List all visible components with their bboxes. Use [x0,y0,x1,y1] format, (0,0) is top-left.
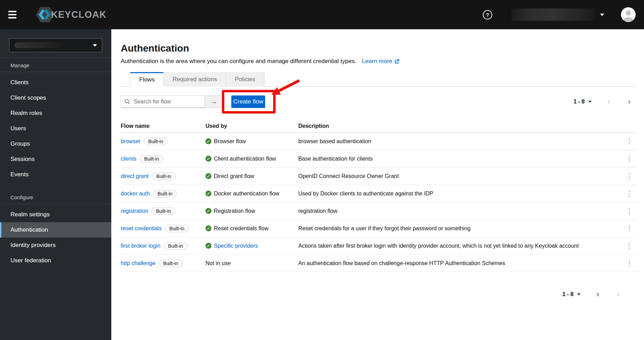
flow-name-link[interactable]: docker auth [121,191,150,196]
caret-down-icon [93,44,97,47]
check-circle-icon: ✓ [205,225,211,231]
flow-description: Base authentication for clients [298,156,622,162]
kebab-menu-button[interactable]: ⋮ [626,242,633,249]
sidebar-item-clients[interactable]: Clients [0,75,111,90]
kebab-menu-button[interactable]: ⋮ [626,225,633,232]
sidebar-section-title: Manage [0,58,111,72]
realm-name-redacted [14,42,63,48]
pagination-prev-button[interactable] [596,292,600,297]
flow-name-link[interactable]: reset credentials [121,225,162,231]
flow-description: OpenID Connect Resource Owner Grant [298,173,622,179]
kebab-menu-button[interactable]: ⋮ [626,173,633,179]
check-circle-icon: ✓ [205,138,211,144]
create-flow-button[interactable]: Create flow [231,95,265,108]
pagination-next-button[interactable] [627,100,631,104]
column-description: Description [298,123,622,129]
sidebar-item-groups[interactable]: Groups [0,136,111,152]
chevron-left-icon [596,292,600,297]
avatar[interactable] [621,7,636,22]
table-row: reset credentialsBuilt-in ✓ Reset creden… [121,220,637,237]
check-circle-icon: ✓ [205,208,211,214]
keycloak-logo: KEYCLOAK [36,6,107,24]
sidebar-item-label: Realm roles [10,110,42,117]
flow-name-link[interactable]: browser [121,138,141,144]
table-row: clientsBuilt-in ✓ Client authentication … [121,150,637,168]
sidebar-item-label: Sessions [10,156,35,163]
built-in-badge: Built-in [152,172,176,180]
sidebar-item-authentication[interactable]: Authentication [0,222,111,238]
sidebar-item-label: Authentication [10,226,48,233]
caret-down-icon [588,101,592,103]
realm-selector-dropdown[interactable] [9,38,102,52]
check-circle-icon: ✓ [205,156,211,162]
pagination-next-button[interactable] [616,292,620,297]
used-by-link[interactable]: Specific providers [214,243,258,249]
pagination-range: 1 - 8 [562,291,574,298]
search-group: → [121,95,223,108]
sidebar-item-events[interactable]: Events [0,167,111,182]
search-input[interactable] [121,95,205,108]
page-subtitle: Authentication is the area where you can… [121,57,356,65]
tab-required-actions[interactable]: Required actions [164,72,226,87]
page-title: Authentication [121,42,637,54]
flow-name-link[interactable]: registration [121,208,148,214]
flow-description: Used by Docker clients to authenticate a… [298,191,622,197]
pagination-prev-button[interactable] [607,100,612,104]
sidebar-item-realm-roles[interactable]: Realm roles [0,106,111,121]
pagination-bottom: 1 - 8 [121,288,620,301]
toolbar: → Create flow 1 - 8 [121,95,637,108]
chevron-right-icon [627,100,631,104]
built-in-badge: Built-in [151,207,175,215]
tab-flows[interactable]: Flows [130,72,164,87]
flow-name-link[interactable]: direct grant [121,173,149,179]
used-by-text: Browser flow [214,138,246,145]
tab-policies[interactable]: Policies [226,72,264,87]
used-by-text: Client authentication flow [214,156,276,162]
pagination-range: 1 - 8 [574,99,585,105]
pagination-top: 1 - 8 [574,95,631,108]
sidebar-item-identity-providers[interactable]: Identity providers [0,238,111,253]
external-link-icon [394,59,399,64]
flow-name-link[interactable]: first broker login [121,243,160,249]
kebab-menu-button[interactable]: ⋮ [626,138,633,145]
sidebar-item-label: Users [10,125,26,132]
sidebar-item-realm-settings[interactable]: Realm settings [0,207,111,222]
column-flow-name: Flow name [121,123,205,129]
flow-name-link[interactable]: http challenge [121,260,156,266]
kebab-menu-button[interactable]: ⋮ [626,155,633,162]
pagination-range-dropdown[interactable]: 1 - 8 [562,291,581,298]
table-row: registrationBuilt-in ✓ Registration flow… [121,202,637,220]
kebab-menu-button[interactable]: ⋮ [626,260,633,266]
sidebar-item-users[interactable]: Users [0,121,111,136]
table-header-row: Flow name Used by Description [121,120,637,133]
sidebar-item-client-scopes[interactable]: Client scopes [0,90,111,106]
kebab-menu-button[interactable]: ⋮ [626,208,633,214]
used-by-text: Docker authentication flow [214,191,279,197]
sidebar-section-configure: Configure Realm settings Authentication … [0,190,111,268]
search-submit-button[interactable]: → [205,95,223,108]
flow-name-link[interactable]: clients [121,156,136,162]
table-row: direct grantBuilt-in ✓ Direct grant flow… [121,168,637,185]
hamburger-menu-icon[interactable] [8,7,24,22]
sidebar: Manage Clients Client scopes Realm roles… [0,29,111,340]
tab-bar: Flows Required actions Policies [121,72,637,87]
search-icon [125,99,130,105]
sidebar-item-label: Client scopes [10,94,46,101]
built-in-badge: Built-in [140,155,164,163]
check-circle-icon: ✓ [205,243,211,249]
masthead-right-group: ? [483,7,636,22]
sidebar-item-sessions[interactable]: Sessions [0,152,111,167]
kebab-menu-button[interactable]: ⋮ [626,190,633,197]
username-redacted [511,8,595,21]
flow-description: Actions taken after first broker login w… [298,243,622,249]
built-in-badge: Built-in [153,190,177,198]
user-menu-dropdown[interactable] [600,14,604,16]
learn-more-link[interactable]: Learn more [362,57,399,65]
table-row: browserBuilt-in ✓ Browser flow browser b… [121,133,637,150]
check-circle-icon: ✓ [205,173,211,179]
sidebar-item-user-federation[interactable]: User federation [0,253,111,268]
pagination-range-dropdown[interactable]: 1 - 8 [574,99,592,105]
chevron-right-icon [616,292,620,297]
used-by-text: Reset credentials flow [214,225,269,232]
help-icon[interactable]: ? [483,10,492,20]
